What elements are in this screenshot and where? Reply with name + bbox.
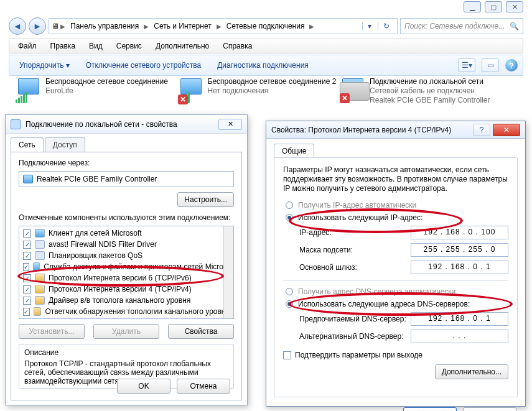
radio-label: Получить IP-адрес автоматически — [298, 201, 416, 210]
checkbox-icon[interactable]: ✓ — [23, 274, 31, 282]
search-icon: 🔍 — [510, 22, 519, 30]
checkbox-icon[interactable]: ✓ — [23, 252, 31, 260]
dialog-titlebar[interactable]: Свойства: Протокол Интернета версии 4 (T… — [266, 121, 525, 139]
dns1-input[interactable]: 192 . 168 . 0 . 1 — [411, 312, 508, 326]
client-icon — [35, 229, 45, 238]
connection-item-wifi1[interactable]: Беспроводное сетевое соединение EuroLife — [16, 77, 178, 113]
cancel-button[interactable]: Отмена — [463, 407, 516, 411]
close-icon[interactable]: ✕ — [218, 119, 242, 130]
install-button[interactable]: Установить... — [19, 324, 85, 339]
advanced-button[interactable]: Дополнительно... — [435, 364, 508, 379]
menu-extra[interactable]: Дополнительно — [149, 40, 215, 52]
list-item[interactable]: ✓ Драйвер в/в тополога канального уровня — [19, 295, 233, 306]
nav-forward-button[interactable]: ► — [29, 17, 46, 35]
disable-device-button[interactable]: Отключение сетевого устройства — [81, 58, 206, 72]
checkbox-icon[interactable]: ✓ — [23, 285, 31, 293]
component-label: Клиент для сетей Microsoft — [49, 229, 142, 238]
menu-view[interactable]: Вид — [83, 40, 109, 52]
close-icon[interactable]: ✕ — [493, 124, 520, 136]
mask-input[interactable]: 255 . 255 . 255 . 0 — [411, 243, 508, 257]
adapter-icon — [23, 175, 33, 183]
search-input[interactable]: Поиск: Сетевые подключе... 🔍 — [400, 18, 523, 34]
driver-icon — [35, 251, 45, 260]
radio-auto-dns[interactable]: Получить адрес DNS-сервера автоматически — [286, 287, 508, 296]
list-item[interactable]: ✓ avast! Firewall NDIS Filter Driver — [19, 239, 233, 250]
driver-icon — [35, 240, 45, 249]
list-item[interactable]: ✓ Клиент для сетей Microsoft — [19, 228, 233, 239]
connection-item-lan[interactable]: ✕ Подключение по локальной сети Сетевой … — [340, 77, 523, 113]
properties-button[interactable]: Свойства — [168, 324, 234, 339]
ip-input[interactable]: 192 . 168 . 0 . 100 — [411, 226, 508, 239]
ip-label: IP-адрес: — [299, 228, 411, 237]
component-label: Протокол Интернета версии 4 (TCP/IPv4) — [49, 285, 192, 293]
dialog-titlebar[interactable]: Подключение по локальной сети - свойства… — [6, 115, 247, 134]
preview-pane-button[interactable]: ▭ — [482, 58, 499, 72]
refresh-icon[interactable]: ↻ — [378, 22, 394, 30]
connection-detail: Realtek PCIe GBE Family Controller — [370, 96, 490, 105]
list-item[interactable]: ✓ Планировщик пакетов QoS — [19, 250, 233, 261]
radio-manual-ip[interactable]: Использовать следующий IP-адрес: — [286, 213, 508, 222]
checkbox-icon[interactable]: ✓ — [23, 297, 31, 305]
list-item[interactable]: ✓ Протокол Интернета версии 6 (TCP/IPv6) — [19, 272, 233, 284]
close-button[interactable]: ✕ — [506, 1, 523, 12]
checkbox-icon[interactable]: ✓ — [23, 229, 31, 238]
description-heading: Описание — [24, 348, 228, 357]
checkbox-icon[interactable]: ✓ — [23, 308, 30, 316]
gateway-input[interactable]: 192 . 168 . 0 . 1 — [411, 261, 508, 274]
radio-label: Использовать следующий IP-адрес: — [298, 213, 422, 222]
divider — [283, 280, 508, 281]
menu-file[interactable]: Файл — [12, 40, 43, 52]
cancel-button[interactable]: Отмена — [177, 379, 230, 394]
connect-via-label: Подключение через: — [19, 159, 234, 167]
configure-button[interactable]: Настроить... — [177, 192, 234, 207]
checkbox-icon[interactable]: ✓ — [23, 241, 31, 249]
ok-button[interactable]: OK — [117, 379, 170, 394]
menu-tools[interactable]: Сервис — [110, 40, 148, 52]
crumb-network-connections[interactable]: Сетевые подключения — [223, 21, 309, 32]
wifi-icon: ✕ — [178, 77, 204, 103]
component-label: Ответчик обнаружения топологии канальног… — [45, 307, 230, 316]
maximize-button[interactable]: ▢ — [485, 1, 502, 12]
list-item[interactable]: ✓ Ответчик обнаружения топологии канальн… — [19, 306, 233, 317]
view-mode-button[interactable]: ☰▾ — [458, 58, 475, 72]
help-icon[interactable]: ? — [473, 124, 490, 136]
ok-button[interactable]: OK — [403, 407, 457, 411]
tab-general[interactable]: Общие — [274, 144, 314, 158]
scrollbar[interactable] — [223, 226, 233, 318]
connection-name: Беспроводное сетевое соединение — [45, 77, 168, 86]
connection-item-wifi2[interactable]: ✕ Беспроводное сетевое соединение 2 Нет … — [178, 77, 340, 113]
help-icon[interactable]: ? — [505, 59, 518, 72]
radio-manual-dns[interactable]: Использовать следующие адреса DNS-сервер… — [286, 300, 508, 308]
radio-auto-ip[interactable]: Получить IP-адрес автоматически — [286, 201, 508, 210]
checkbox-icon[interactable]: ✓ — [23, 263, 29, 271]
service-icon — [33, 262, 40, 271]
list-item[interactable]: ✓ Служба доступа к файлам и принтерам се… — [19, 261, 233, 272]
dialog-title: Свойства: Протокол Интернета версии 4 (T… — [271, 126, 451, 134]
tab-access[interactable]: Доступ — [45, 137, 85, 152]
protocol-icon — [35, 274, 45, 282]
dns2-input[interactable]: . . . — [411, 330, 508, 343]
error-icon: ✕ — [178, 95, 188, 104]
organize-button[interactable]: Упорядочить ▾ — [14, 58, 75, 72]
crumb-control-panel[interactable]: Панель управления — [67, 21, 142, 32]
menu-help[interactable]: Справка — [217, 40, 258, 52]
crumb-network-internet[interactable]: Сеть и Интернет — [150, 21, 215, 32]
adapter-icon — [11, 119, 21, 129]
minimize-button[interactable]: ▁ — [464, 1, 481, 12]
confirm-checkbox[interactable] — [283, 351, 291, 359]
diagnose-button[interactable]: Диагностика подключения — [212, 58, 314, 72]
adapter-name: Realtek PCIe GBE Family Controller — [37, 175, 157, 183]
menubar: Файл Правка Вид Сервис Дополнительно Спр… — [9, 39, 523, 53]
list-item[interactable]: ✓ Протокол Интернета версии 4 (TCP/IPv4) — [19, 284, 233, 295]
tab-network[interactable]: Сеть — [11, 137, 44, 152]
nav-back-button[interactable]: ◄ — [9, 17, 26, 35]
components-list[interactable]: ✓ Клиент для сетей Microsoft ✓ avast! Fi… — [19, 226, 234, 319]
breadcrumb[interactable]: 🖥 ▶ Панель управления ▶ Сеть и Интернет … — [49, 18, 398, 34]
menu-edit[interactable]: Правка — [44, 40, 82, 52]
dns2-label: Альтернативный DNS-сервер: — [299, 332, 411, 341]
dropdown-history-icon[interactable]: ▾ — [362, 22, 376, 30]
adapter-field: Realtek PCIe GBE Family Controller — [19, 171, 234, 187]
radio-label: Использовать следующие адреса DNS-сервер… — [298, 300, 470, 308]
toolbar: Упорядочить ▾ Отключение сетевого устрой… — [9, 55, 523, 76]
remove-button[interactable]: Удалить — [93, 324, 159, 339]
